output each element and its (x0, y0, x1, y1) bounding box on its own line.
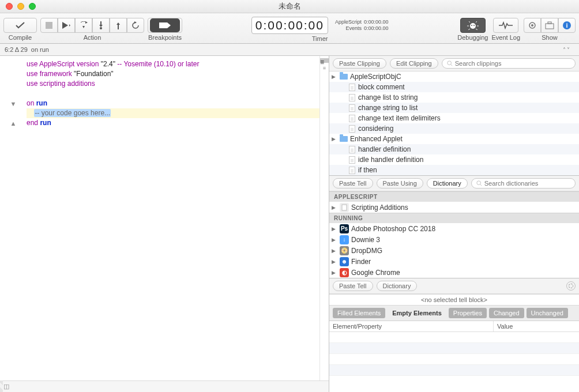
dictionary-vars-button[interactable]: Dictionary (377, 281, 418, 291)
search-dictionaries-input[interactable] (484, 180, 570, 187)
show-gear-button[interactable] (524, 18, 541, 33)
clipping-row[interactable]: if then (329, 165, 579, 175)
disclosure-icon[interactable]: ▶ (332, 259, 337, 265)
dict-row-app[interactable]: ▶📀DropDMG (329, 245, 579, 256)
history-nav[interactable]: ˄ ˅ (563, 47, 570, 53)
clipping-row[interactable]: idle handler definition (329, 154, 579, 165)
check-icon (15, 21, 25, 29)
paste-clipping-button[interactable]: Paste Clipping (333, 58, 386, 69)
seg-changed[interactable]: Changed (489, 308, 524, 318)
doc-icon (349, 125, 355, 133)
disclosure-icon[interactable]: ▶ (332, 74, 337, 80)
play-button[interactable] (58, 18, 75, 33)
disclosure-icon[interactable]: ▶ (332, 136, 337, 142)
dict-header-running: RUNNING (329, 213, 579, 223)
doc-icon (349, 94, 355, 101)
restart-icon (131, 21, 140, 29)
svg-text:i: i (566, 22, 567, 29)
svg-point-6 (531, 24, 533, 27)
seg-unchanged[interactable]: Unchanged (527, 308, 568, 318)
code[interactable]: use AppleScript version "2.4" -- Yosemit… (27, 56, 319, 380)
disclosure-icon[interactable]: ▶ (332, 237, 337, 243)
dict-row-app[interactable]: ▶☻Finder (329, 256, 579, 267)
restart-button[interactable] (127, 18, 144, 33)
doc-icon (349, 146, 355, 153)
breakpoints-button[interactable] (148, 18, 182, 33)
clipping-row[interactable]: change string to list (329, 103, 579, 113)
search-clippings-input[interactable] (455, 60, 570, 67)
toolbar: Compile Action Breakpoints 0:00:00:00 Ap… (0, 13, 579, 44)
breakpoints-label: Breakpoints (148, 34, 182, 41)
clipping-row[interactable]: handler definition (329, 144, 579, 154)
clipping-row[interactable]: change text item delimiters (329, 113, 579, 123)
seg-properties[interactable]: Properties (449, 308, 487, 318)
timer-group: 0:00:00:00 AppleScript0:00:00.00 Events0… (251, 17, 389, 42)
step-over-button[interactable] (92, 18, 110, 33)
timer-label: Timer (312, 35, 328, 42)
vars-table-head: Element/Property Value (329, 321, 579, 332)
paste-using-button[interactable]: Paste Using (377, 178, 423, 189)
editor[interactable]: ▼ ▲ use AppleScript version "2.4" -- Yos… (0, 56, 329, 380)
show-case-button[interactable] (541, 18, 558, 33)
dict-row-app[interactable]: ▶↓Downie 3 (329, 234, 579, 245)
ruler[interactable]: ≡ ≡ (319, 56, 329, 380)
dict-row-app[interactable]: ▶PsAdobe Photoshop CC 2018 (329, 223, 579, 234)
compile-group: Compile (3, 18, 37, 41)
step-over-icon (97, 21, 105, 29)
clipping-row[interactable]: ▶Enhanced Applet (329, 134, 579, 144)
dictionary-button[interactable]: Dictionary (427, 178, 468, 189)
doc-icon (349, 84, 355, 91)
timer-meta: AppleScript0:00:00.00 Events0:00:00.00 (330, 19, 389, 32)
disclosure-icon[interactable]: ▶ (332, 226, 337, 232)
compile-button[interactable] (3, 18, 37, 33)
step-out-button[interactable] (110, 18, 127, 33)
dict-row-label: Finder (351, 258, 371, 266)
paste-tell-vars-button[interactable]: Paste Tell (333, 281, 373, 291)
clipping-label: handler definition (358, 145, 411, 153)
fold-up-icon[interactable]: ▲ (0, 118, 27, 128)
clipping-row[interactable]: change list to string (329, 92, 579, 103)
eventlog-group: Event Log (491, 18, 520, 41)
svg-point-11 (448, 61, 452, 65)
svg-rect-0 (46, 22, 52, 29)
info-icon: i (562, 21, 572, 30)
fold-down-icon[interactable]: ▼ (0, 99, 27, 108)
right-pane: Paste Clipping Edit Clipping ▶AppleScrip… (329, 56, 579, 392)
split-icon[interactable]: ◫ (3, 383, 9, 390)
clipping-row[interactable]: considering (329, 123, 579, 134)
clipping-row[interactable]: block comment (329, 82, 579, 92)
stop-button[interactable] (40, 18, 58, 33)
search-clippings[interactable] (442, 58, 576, 69)
doc-icon (349, 104, 355, 112)
vars-gear-icon[interactable] (566, 281, 576, 291)
seg-empty[interactable]: Empty Elements (388, 308, 446, 318)
debugging-button[interactable] (460, 18, 486, 33)
clipping-label: idle handler definition (358, 156, 423, 164)
dict-row-app[interactable]: ▶◐Google Chrome (329, 267, 579, 278)
app-icon: ☻ (340, 257, 349, 266)
doc-icon (349, 156, 355, 164)
dict-row-scripting-additions[interactable]: ▶ Scripting Additions (329, 202, 579, 213)
disclosure-icon[interactable]: ▶ (332, 205, 337, 210)
disclosure-icon[interactable]: ▶ (332, 248, 337, 254)
clipping-label: considering (358, 125, 393, 133)
app-icon: ◐ (340, 268, 349, 277)
svg-point-4 (473, 25, 475, 26)
show-info-button[interactable]: i (558, 18, 576, 33)
disclosure-icon[interactable]: ▶ (332, 270, 337, 276)
svg-point-12 (477, 181, 481, 185)
step-into-button[interactable] (75, 18, 92, 33)
eventlog-button[interactable] (493, 18, 518, 33)
step-out-icon (114, 21, 122, 29)
clipping-row[interactable]: ▶AppleScriptObjC (329, 71, 579, 82)
search-dictionaries[interactable] (471, 178, 576, 189)
paste-tell-button[interactable]: Paste Tell (333, 178, 373, 189)
seg-filled[interactable]: Filled Elements (333, 308, 385, 318)
breakpoints-group: Breakpoints (148, 18, 182, 41)
eventlog-label: Event Log (491, 34, 520, 41)
chevron-up-icon: ˄ (563, 47, 566, 53)
gear-icon (528, 21, 537, 30)
statusbar: 6:2 Δ 29 on run ˄ ˅ (0, 44, 579, 56)
dict-row-label: Adobe Photoshop CC 2018 (351, 225, 435, 233)
edit-clipping-button[interactable]: Edit Clipping (390, 58, 438, 69)
